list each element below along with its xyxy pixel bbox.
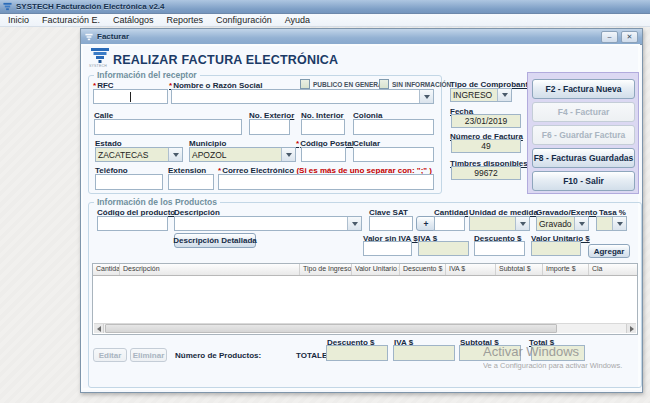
- municipio-value: APOZOL: [192, 150, 226, 160]
- systech-logo-icon: [90, 48, 110, 63]
- descripcion-detallada-button[interactable]: Descripción Detallada: [174, 233, 256, 248]
- productos-group: Información de los Productos Código del …: [88, 202, 642, 388]
- clave-sat-input[interactable]: [369, 216, 413, 231]
- menu-reportes[interactable]: Reportes: [167, 15, 204, 25]
- salir-button[interactable]: F10 - Salir: [532, 171, 635, 191]
- rfc-input[interactable]: [93, 89, 168, 104]
- receptor-group: Información del receptor *RFC *Nombre o …: [88, 75, 442, 194]
- col-subtotal[interactable]: Subtotal $: [496, 264, 543, 275]
- total-total-field: [531, 345, 585, 361]
- col-tipo-ingreso[interactable]: Tipo de Ingreso: [300, 264, 352, 275]
- correo-input[interactable]: [218, 174, 434, 190]
- gravado-value: Gravado: [539, 219, 572, 229]
- receptor-group-title: Información del receptor: [94, 70, 200, 80]
- chevron-down-icon[interactable]: [612, 217, 626, 230]
- descripcion-combobox[interactable]: [174, 216, 362, 231]
- calle-input[interactable]: [94, 119, 242, 135]
- col-iva[interactable]: IVA $: [446, 264, 496, 275]
- facturar-body: SYSTECH REALIZAR FACTURA ELECTRÓNICA Inf…: [81, 44, 640, 390]
- estado-combobox[interactable]: ZACATECAS: [95, 147, 183, 162]
- iva-input: [418, 241, 469, 256]
- factura-nueva-button[interactable]: F2 - Factura Nueva: [532, 79, 635, 99]
- numero-productos-label: Número de Productos:: [175, 351, 261, 360]
- menu-inicio[interactable]: Inicio: [8, 15, 29, 25]
- app-titlebar: SYSTECH Facturación Electrónica v2.4: [0, 0, 650, 14]
- no-exterior-input[interactable]: [249, 119, 290, 135]
- products-table: Cantidad Descripción Tipo de Ingreso Val…: [92, 263, 638, 335]
- chevron-down-icon[interactable]: [515, 217, 529, 230]
- menu-catalogos[interactable]: Catálogos: [113, 15, 154, 25]
- checkbox-icon[interactable]: [300, 79, 310, 89]
- page-title: REALIZAR FACTURA ELECTRÓNICA: [113, 53, 338, 67]
- col-descuento[interactable]: Descuento $: [400, 264, 446, 275]
- app-logo-icon: [3, 2, 12, 11]
- col-clave[interactable]: Cla: [589, 264, 637, 275]
- col-cantidad[interactable]: Cantidad: [93, 264, 120, 275]
- facturas-guardadas-button[interactable]: F8 - Facturas Guardadas: [532, 148, 635, 168]
- minimize-button[interactable]: –: [601, 31, 618, 43]
- app-title: SYSTECH Facturación Electrónica v2.4: [16, 2, 165, 11]
- products-table-header: Cantidad Descripción Tipo de Ingreso Val…: [93, 264, 637, 276]
- agregar-button[interactable]: Agregar: [588, 244, 630, 258]
- chevron-down-icon[interactable]: [347, 217, 361, 230]
- telefono-input[interactable]: [95, 174, 163, 190]
- tipo-comprobante-value: INGRESO: [453, 90, 492, 100]
- menu-ayuda[interactable]: Ayuda: [285, 15, 310, 25]
- sin-informacion-checkbox[interactable]: SIN INFORMACIÓN: [379, 79, 451, 89]
- scroll-left-icon[interactable]: [94, 324, 104, 333]
- horizontal-scrollbar[interactable]: [94, 323, 636, 333]
- col-importe[interactable]: Importe $: [543, 264, 589, 275]
- tipo-comprobante-combobox[interactable]: INGRESO: [450, 88, 512, 102]
- total-descuento-field: [326, 345, 388, 361]
- text-caret: [130, 92, 131, 102]
- application-window: SYSTECH Facturación Electrónica v2.4 Ini…: [0, 0, 650, 403]
- chevron-down-icon[interactable]: [574, 217, 588, 230]
- cantidad-input[interactable]: [434, 216, 465, 231]
- facturar-window: Facturar – ✕ SYSTECH REALIZAR FACTURA EL…: [80, 28, 643, 393]
- total-iva-field: [393, 345, 455, 361]
- codigo-producto-input[interactable]: [97, 216, 168, 231]
- nombre-combobox[interactable]: [171, 89, 434, 104]
- celular-input[interactable]: [353, 147, 434, 162]
- actions-panel: F2 - Factura Nueva F4 - Facturar F6 - Gu…: [527, 72, 639, 194]
- logo-caption: SYSTECH: [89, 64, 107, 68]
- scroll-right-icon[interactable]: [626, 324, 636, 333]
- numero-factura-value: 49: [481, 141, 490, 151]
- descuento-input[interactable]: [474, 241, 525, 256]
- unidad-medida-combobox[interactable]: [469, 216, 530, 231]
- close-button[interactable]: ✕: [621, 31, 638, 43]
- window-logo-icon: [85, 33, 93, 41]
- valor-unitario-input: [531, 241, 581, 256]
- chevron-down-icon[interactable]: [497, 89, 511, 101]
- sin-informacion-label: SIN INFORMACIÓN: [392, 81, 451, 88]
- valor-sin-iva-input[interactable]: [363, 241, 412, 256]
- colonia-input[interactable]: [353, 119, 434, 135]
- clave-sat-add-button[interactable]: +: [416, 216, 436, 231]
- timbres-value: 99672: [474, 168, 498, 178]
- scrollbar-thumb[interactable]: [105, 324, 557, 333]
- menu-facturacion[interactable]: Facturación E.: [42, 15, 100, 25]
- publico-general-label: PUBLICO EN GENERAL: [313, 81, 387, 88]
- menu-configuracion[interactable]: Configuración: [216, 15, 272, 25]
- tasa-combobox[interactable]: [596, 216, 627, 231]
- municipio-combobox[interactable]: APOZOL: [189, 147, 296, 162]
- total-subtotal-field: [459, 345, 521, 361]
- col-descripcion[interactable]: Descripción: [120, 264, 300, 275]
- window-title: Facturar: [97, 32, 129, 41]
- editar-button: Editar: [93, 348, 127, 362]
- codigo-postal-input[interactable]: [301, 147, 346, 162]
- checkbox-icon[interactable]: [379, 79, 389, 89]
- estado-value: ZACATECAS: [98, 150, 148, 160]
- facturar-button: F4 - Facturar: [532, 102, 635, 122]
- chevron-down-icon[interactable]: [281, 148, 295, 161]
- app-menubar: Inicio Facturación E. Catálogos Reportes…: [0, 14, 650, 27]
- chevron-down-icon[interactable]: [419, 90, 433, 103]
- gravado-exento-combobox[interactable]: Gravado: [536, 216, 589, 231]
- extension-input[interactable]: [168, 174, 214, 190]
- chevron-down-icon[interactable]: [168, 148, 182, 161]
- facturar-titlebar[interactable]: Facturar – ✕: [81, 29, 642, 45]
- col-valor-unitario[interactable]: Valor Unitario $: [352, 264, 400, 275]
- publico-general-checkbox[interactable]: PUBLICO EN GENERAL: [300, 79, 387, 89]
- no-interior-input[interactable]: [301, 119, 345, 135]
- mdi-background: Facturar – ✕ SYSTECH REALIZAR FACTURA EL…: [0, 27, 650, 403]
